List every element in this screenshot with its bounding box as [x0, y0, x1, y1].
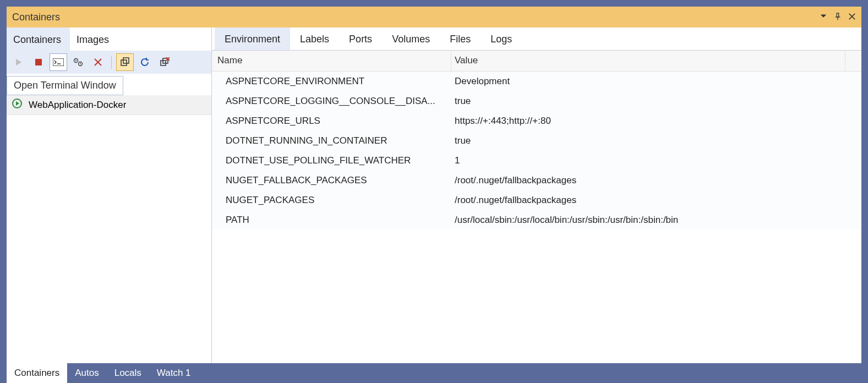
grid-row[interactable]: ASPNETCORE_ENVIRONMENTDevelopment	[212, 72, 861, 91]
titlebar: Containers	[7, 7, 861, 28]
svg-rect-15	[123, 58, 129, 63]
containers-panel: Containers Containers Images	[7, 7, 861, 383]
titlebar-controls	[820, 12, 856, 23]
env-name: NUGET_FALLBACK_PACKAGES	[212, 171, 451, 190]
refresh-button[interactable]	[136, 53, 154, 71]
svg-rect-5	[35, 59, 42, 65]
bottom-tab-autos[interactable]: Autos	[67, 363, 106, 383]
svg-rect-0	[837, 13, 839, 17]
right-pane: Environment Labels Ports Volumes Files L…	[212, 28, 861, 363]
container-name: WebApplication-Docker	[29, 100, 126, 111]
tab-images[interactable]: Images	[70, 28, 118, 51]
svg-point-11	[80, 63, 81, 64]
pin-icon[interactable]	[834, 12, 842, 23]
tab-logs[interactable]: Logs	[481, 28, 522, 50]
bottom-tab-locals[interactable]: Locals	[107, 363, 149, 383]
grid-row[interactable]: DOTNET_RUNNING_IN_CONTAINERtrue	[212, 131, 861, 151]
env-value: /usr/local/sbin:/usr/local/bin:/usr/sbin…	[451, 210, 861, 230]
env-name: ASPNETCORE_LOGGING__CONSOLE__DISA...	[212, 91, 451, 111]
container-row[interactable]: WebApplication-Docker	[7, 95, 211, 115]
grid-header: Name Value	[212, 51, 861, 72]
tab-volumes[interactable]: Volumes	[382, 28, 440, 50]
show-compose-button[interactable]	[116, 53, 134, 71]
left-pane: Containers Images	[7, 28, 212, 363]
tab-files[interactable]: Files	[440, 28, 481, 50]
env-name: DOTNET_USE_POLLING_FILE_WATCHER	[212, 151, 451, 171]
svg-point-9	[75, 60, 77, 61]
grid-row[interactable]: PATH/usr/local/sbin:/usr/local/bin:/usr/…	[212, 210, 861, 230]
container-list: WebApplication-Docker	[7, 95, 211, 363]
column-name-header[interactable]: Name	[212, 51, 451, 71]
svg-rect-6	[53, 58, 64, 66]
env-value: 1	[451, 151, 861, 171]
bottom-tabs: Containers Autos Locals Watch 1	[7, 363, 861, 383]
env-name: DOTNET_RUNNING_IN_CONTAINER	[212, 131, 451, 151]
tab-containers[interactable]: Containers	[7, 28, 70, 51]
env-value: /root/.nuget/fallbackpackages	[451, 190, 861, 210]
tab-environment[interactable]: Environment	[215, 28, 290, 50]
grid-row[interactable]: ASPNETCORE_URLShttps://+:443;http://+:80	[212, 111, 861, 131]
left-toolbar	[7, 51, 211, 74]
env-name: NUGET_PACKAGES	[212, 190, 451, 210]
tab-labels[interactable]: Labels	[290, 28, 339, 50]
env-value: true	[451, 91, 861, 111]
grid-row[interactable]: NUGET_PACKAGES/root/.nuget/fallbackpacka…	[212, 190, 861, 210]
close-icon[interactable]	[848, 12, 856, 23]
grid-row[interactable]: ASPNETCORE_LOGGING__CONSOLE__DISA...true	[212, 91, 861, 111]
env-value: Development	[451, 72, 861, 91]
scroll-stub	[845, 51, 861, 72]
right-tabs: Environment Labels Ports Volumes Files L…	[212, 28, 861, 51]
window-position-icon[interactable]	[820, 12, 827, 23]
grid-row[interactable]: NUGET_FALLBACK_PACKAGES/root/.nuget/fall…	[212, 171, 861, 190]
left-tabs: Containers Images	[7, 28, 211, 51]
toolbar-separator	[111, 56, 112, 69]
env-name: ASPNETCORE_URLS	[212, 111, 451, 131]
column-value-header[interactable]: Value	[451, 51, 861, 71]
env-name: PATH	[212, 210, 451, 230]
environment-grid: Name Value ASPNETCORE_ENVIRONMENTDevelop…	[212, 51, 861, 363]
env-name: ASPNETCORE_ENVIRONMENT	[212, 72, 451, 91]
running-icon	[12, 99, 22, 111]
panel-body: Containers Images	[7, 28, 861, 363]
panel-title: Containers	[12, 12, 820, 23]
grid-row[interactable]: DOTNET_USE_POLLING_FILE_WATCHER1	[212, 151, 861, 171]
tooltip: Open Terminal Window	[7, 76, 123, 95]
terminal-button[interactable]	[50, 53, 67, 71]
prune-button[interactable]	[156, 53, 173, 71]
bottom-tab-watch1[interactable]: Watch 1	[149, 363, 199, 383]
env-value: /root/.nuget/fallbackpackages	[451, 171, 861, 190]
svg-rect-14	[121, 60, 127, 65]
remove-button[interactable]	[89, 53, 107, 71]
env-value: https://+:443;http://+:80	[451, 111, 861, 131]
stop-button[interactable]	[30, 53, 47, 71]
attach-debugger-button[interactable]	[69, 53, 87, 71]
env-value: true	[451, 131, 861, 151]
start-button[interactable]	[10, 53, 28, 71]
tab-ports[interactable]: Ports	[339, 28, 382, 50]
bottom-tab-containers[interactable]: Containers	[7, 363, 67, 383]
